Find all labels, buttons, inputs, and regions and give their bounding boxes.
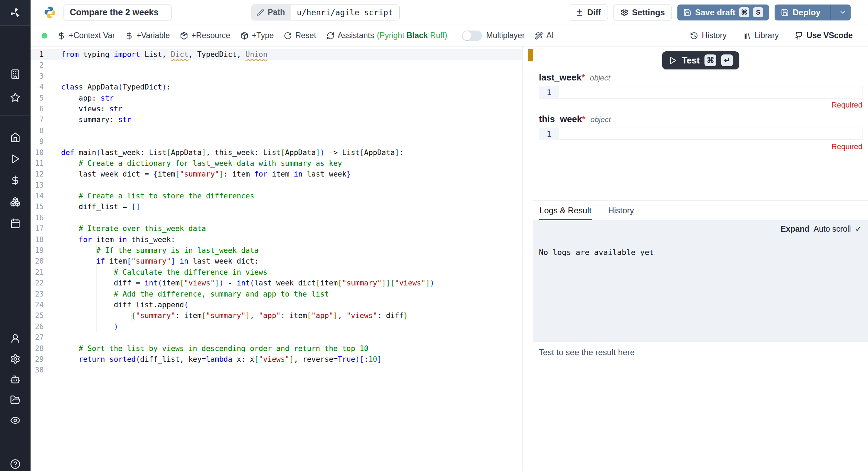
- bot-icon[interactable]: [10, 374, 20, 385]
- code-line[interactable]: 13: [31, 180, 522, 191]
- user-icon[interactable]: [10, 333, 20, 344]
- deploy-main[interactable]: Deploy: [775, 5, 827, 20]
- code-line[interactable]: 29 return sorted(diff_list, key=lambda x…: [31, 354, 522, 365]
- arg-name: last_week: [539, 72, 582, 83]
- code-line[interactable]: 23 # Add the difference, summary and app…: [31, 289, 522, 300]
- code-line[interactable]: 17 # Iterate over this_week data: [31, 223, 522, 234]
- reset-button[interactable]: Reset: [284, 31, 316, 40]
- code-line[interactable]: 22 diff = int(item["views"]) - int(last_…: [31, 278, 522, 289]
- code-line[interactable]: 14 # Create a list to store the differen…: [31, 191, 522, 202]
- test-button[interactable]: Test ⌘ ↵: [662, 51, 740, 69]
- help-circle-icon[interactable]: [10, 459, 20, 469]
- code-token: "views": [259, 355, 290, 363]
- calendar-icon[interactable]: [10, 218, 20, 229]
- path-control[interactable]: Path u/henri/agile_script: [251, 5, 400, 20]
- add-variable-label: +Variable: [136, 31, 170, 40]
- code-token: [61, 159, 79, 168]
- ai-button[interactable]: AI: [535, 31, 554, 40]
- windmill-logo[interactable]: [0, 0, 31, 26]
- code-token: item: [267, 170, 294, 178]
- code-line[interactable]: 21 # Calculate the difference in views: [31, 267, 522, 278]
- script-title-input[interactable]: Compare the 2 weeks: [64, 5, 172, 20]
- tab-logs-result[interactable]: Logs & Result: [539, 201, 592, 220]
- splitter-drag-handle[interactable]: [528, 49, 533, 61]
- assistants-button[interactable]: Assistants: [326, 31, 374, 40]
- deploy-button[interactable]: Deploy: [775, 5, 851, 20]
- code-token: [: [360, 148, 364, 157]
- line-number: 29: [31, 354, 44, 365]
- line-number: 21: [31, 267, 44, 278]
- code-token: item: [162, 279, 180, 287]
- code-line[interactable]: 9: [31, 136, 522, 147]
- panel-splitter[interactable]: [523, 46, 533, 471]
- code-line[interactable]: 30: [31, 365, 522, 376]
- code-line[interactable]: 15 diff_list = []: [31, 202, 522, 212]
- expand-button[interactable]: Expand: [781, 224, 809, 234]
- gear-icon[interactable]: [10, 354, 20, 364]
- code-line[interactable]: 28 # Sort the list by views in descendin…: [31, 343, 522, 354]
- add-resource-button[interactable]: +Resource: [180, 31, 230, 40]
- code-token: diff_list, key=: [140, 355, 206, 363]
- arg-input-this-week[interactable]: 1: [539, 128, 862, 140]
- code-token: [61, 344, 79, 353]
- code-line[interactable]: 16: [31, 213, 522, 223]
- code-token: [: [180, 279, 184, 287]
- history-button[interactable]: History: [690, 31, 727, 40]
- building-icon[interactable]: [10, 69, 20, 79]
- boxes-icon[interactable]: [10, 197, 20, 207]
- code-token: :: [399, 148, 404, 157]
- arg-input-last-week[interactable]: 1: [539, 86, 862, 99]
- home-icon[interactable]: [10, 132, 20, 143]
- code-line[interactable]: 1from typing import List, Dict, TypedDic…: [31, 49, 522, 60]
- code-token: for: [254, 170, 267, 178]
- code-line[interactable]: 6 views: str: [31, 104, 522, 114]
- library-button[interactable]: Library: [743, 31, 779, 40]
- code-token: [: [360, 355, 364, 363]
- add-context-var-button[interactable]: +Context Var: [57, 31, 115, 40]
- code-line[interactable]: 25 {"summary": item["summary"], "app": i…: [31, 310, 522, 321]
- code-line[interactable]: 7 summary: str: [31, 114, 522, 125]
- line-number: 15: [31, 202, 44, 212]
- dollar-sign-icon[interactable]: [10, 175, 20, 186]
- play-icon[interactable]: [10, 154, 20, 164]
- code-line[interactable]: 4class AppData(TypedDict):: [31, 82, 522, 93]
- code-editor[interactable]: 1from typing import List, Dict, TypedDic…: [31, 46, 523, 471]
- save-draft-button[interactable]: Save draft ⌘ S: [677, 5, 769, 20]
- star-icon[interactable]: [10, 92, 20, 103]
- code-line[interactable]: 26 ): [31, 322, 522, 332]
- code-token: [61, 268, 114, 276]
- code-line[interactable]: 10def main(last_week: List[AppData], thi…: [31, 147, 522, 158]
- code-token: last_week: List: [101, 148, 167, 157]
- code-line[interactable]: 18 for item in this_week:: [31, 234, 522, 245]
- code-token: "views": [347, 311, 377, 320]
- code-line[interactable]: 12 last_week_dict = {item["summary"]: it…: [31, 169, 522, 180]
- eye-icon[interactable]: [10, 415, 20, 426]
- use-vscode-button[interactable]: Use VScode: [795, 31, 853, 40]
- line-number: 26: [31, 322, 44, 332]
- dollar-sign-icon: [125, 32, 133, 40]
- diff-button[interactable]: Diff: [569, 5, 608, 20]
- deploy-more-button[interactable]: [835, 5, 851, 20]
- code-line[interactable]: 5 app: str: [31, 93, 522, 104]
- code-line[interactable]: 24 diff_list.append(: [31, 300, 522, 310]
- code-line[interactable]: 27: [31, 332, 522, 343]
- code-line[interactable]: 11 # Create a dictionary for last_week d…: [31, 158, 522, 169]
- code-line[interactable]: 19 # If the summary is in last_week data: [31, 245, 522, 256]
- code-line[interactable]: 8: [31, 126, 522, 136]
- multiplayer-toggle[interactable]: [462, 31, 482, 41]
- code-token: in: [180, 257, 188, 265]
- settings-button[interactable]: Settings: [614, 5, 672, 20]
- input-editor-area[interactable]: [559, 86, 862, 98]
- code-assistants-status[interactable]: (Pyright Black Ruff): [377, 31, 447, 40]
- add-variable-button[interactable]: +Variable: [125, 31, 170, 40]
- add-type-button[interactable]: +Type: [240, 31, 274, 40]
- autoscroll-toggle[interactable]: Auto scroll: [813, 224, 851, 234]
- code-line[interactable]: 2: [31, 60, 522, 71]
- folder-open-icon[interactable]: [10, 395, 20, 405]
- arg-type: object: [590, 74, 610, 83]
- tab-history[interactable]: History: [607, 201, 635, 220]
- code-line[interactable]: 20 if item["summary"] in last_week_dict:: [31, 256, 522, 267]
- code-token: import: [114, 50, 140, 59]
- input-editor-area[interactable]: [559, 128, 862, 140]
- code-line[interactable]: 3: [31, 71, 522, 82]
